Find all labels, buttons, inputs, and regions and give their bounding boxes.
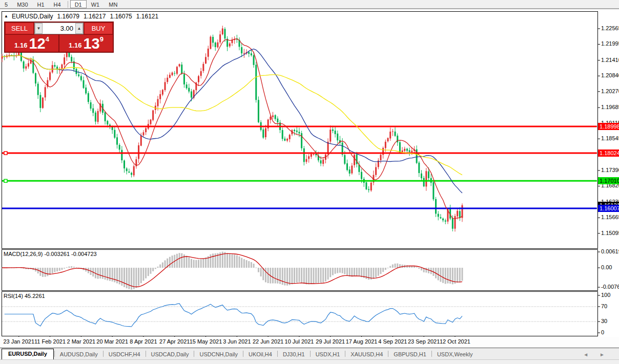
buy-price-button[interactable]: 1.16 13 9 — [59, 35, 113, 52]
tab-scroll-left-icon[interactable]: ◄ — [583, 352, 588, 357]
rsi-indicator-label: RSI(14) 45.2261 — [4, 293, 45, 299]
rsi-tick-label: 0 — [601, 329, 604, 335]
chart-tab-usdchf-h4[interactable]: USDCHF,H4 — [104, 350, 145, 359]
date-tick-label: 15 May 2021 — [190, 338, 222, 345]
timeframe-button-h4[interactable]: H4 — [49, 0, 66, 8]
date-tick-label: 29 Jul 2021 — [316, 338, 345, 345]
quote-open: 1.16079 — [57, 13, 79, 20]
date-tick-label: 23 Sep 2021 — [408, 338, 440, 345]
price-tick-label: 1.20840 — [601, 72, 619, 78]
buy-button[interactable]: BUY — [84, 23, 113, 34]
chart-tab-usdx-h1[interactable]: USDX,H1 — [311, 350, 345, 359]
symbol-name: EURUSD,Daily — [12, 13, 53, 20]
rsi-tick-label: 70 — [601, 303, 607, 309]
sell-price-pip: 4 — [46, 35, 49, 43]
one-click-trading-panel: SELL ▼ 3.00 ▲ BUY 1.16 12 4 1.16 13 9 — [4, 22, 114, 53]
price-tick-label: 1.19685 — [601, 104, 619, 110]
level-price-label: 1.17010 — [598, 177, 619, 184]
buy-price-prefix: 1.16 — [69, 41, 81, 49]
timeframe-button-w1[interactable]: W1 — [87, 0, 105, 8]
spinner-down-icon: ▼ — [37, 26, 41, 31]
date-tick-label: 12 Oct 2021 — [440, 338, 470, 345]
quote-low: 1.16075 — [110, 13, 132, 20]
tab-separator — [388, 351, 388, 357]
date-tick-label: 2 Mar 2021 — [67, 338, 96, 345]
timeframe-button-5[interactable]: 5 — [0, 0, 12, 8]
date-tick-label: 22 Jun 2021 — [253, 338, 284, 345]
tab-separator — [431, 351, 432, 357]
date-tick-label: 27 Apr 2021 — [159, 338, 190, 345]
price-tick-label: 1.17390 — [601, 167, 619, 173]
date-tick-label: 11 Feb 2021 — [34, 338, 66, 345]
price-tick-label: 1.18545 — [601, 135, 619, 141]
toolbar-separator — [68, 1, 68, 8]
volume-increase-button[interactable]: ▲ — [75, 23, 83, 34]
chart-tab-gbpusd-h1[interactable]: GBPUSD,H1 — [389, 350, 431, 359]
quote-high: 1.16217 — [84, 13, 106, 20]
volume-input[interactable]: 3.00 — [43, 23, 75, 34]
quote-close: 1.16121 — [136, 13, 158, 20]
chart-tab-ukoil-h4[interactable]: UKOil,H4 — [244, 350, 277, 359]
price-tick-label: 1.20270 — [601, 88, 619, 94]
date-tick-label: 10 Jul 2021 — [285, 338, 314, 345]
status-bar — [0, 359, 619, 364]
chart-tab-audusd-daily[interactable]: AUDUSD,Daily — [55, 350, 102, 359]
sell-button[interactable]: SELL — [5, 23, 34, 34]
tab-scroll-right-icon[interactable]: ► — [600, 352, 605, 357]
symbol-marker-icon: ▲ — [4, 14, 8, 18]
rsi-tick-label: 30 — [601, 318, 607, 324]
macd-tick-label: -0.007621 — [601, 284, 619, 290]
date-tick-label: 17 Aug 2021 — [346, 338, 378, 345]
sell-price-main: 12 — [29, 36, 45, 51]
date-tick-label: 23 Jan 2021 — [3, 338, 34, 345]
chart-title: ▲ EURUSD,Daily 1.16079 1.16217 1.16075 1… — [4, 13, 158, 20]
tab-separator — [194, 351, 194, 357]
macd-tick-label: 0.006193 — [601, 248, 619, 254]
timeframe-button-h1[interactable]: H1 — [33, 0, 49, 8]
buy-price-pip: 9 — [100, 35, 104, 43]
rsi-tick-label: 100 — [601, 292, 610, 298]
macd-indicator-label: MACD(12,26,9) -0.003261 -0.004723 — [4, 251, 97, 257]
tab-separator — [54, 351, 55, 357]
terminal-window: 5M30H1H4D1W1MN ▲ EURUSD,Daily 1.16079 1.… — [0, 0, 619, 364]
sell-price-button[interactable]: 1.16 12 4 — [5, 35, 58, 52]
price-tick-label: 1.22565 — [601, 25, 619, 31]
level-price-label: 1.18998 — [598, 123, 619, 130]
chart-tab-usdx-weekly[interactable]: USDX,Weekly — [432, 350, 477, 359]
chart-tab-usdcnh-daily[interactable]: USDCNH,Daily — [195, 350, 242, 359]
date-tick-label: 4 Sep 2021 — [378, 338, 407, 345]
tab-separator — [277, 351, 278, 357]
date-tick-label: 20 Mar 2021 — [96, 338, 128, 345]
chart-canvas[interactable] — [0, 0, 619, 364]
chart-tab-xauusd-h4[interactable]: XAUUSD,H4 — [346, 350, 387, 359]
timeframe-button-d1[interactable]: D1 — [70, 0, 87, 8]
level-price-label: 1.18024 — [598, 149, 619, 157]
timeframe-toolbar: 5M30H1H4D1W1MN — [0, 0, 619, 9]
tab-separator — [345, 351, 345, 357]
tab-separator — [103, 351, 104, 357]
chart-tab-eurusd-daily[interactable]: EURUSD,Daily — [2, 349, 54, 359]
macd-tick-label: 0.00 — [601, 264, 612, 270]
price-tick-label: 1.21995 — [601, 40, 619, 47]
date-axis: 23 Jan 202111 Feb 20212 Mar 202120 Mar 2… — [0, 337, 619, 347]
tab-separator — [243, 351, 243, 357]
volume-decrease-button[interactable]: ▼ — [35, 23, 43, 34]
timeframe-button-m30[interactable]: M30 — [12, 0, 32, 8]
date-tick-label: 8 Apr 2021 — [130, 338, 157, 345]
chart-tab-usdcad-daily[interactable]: USDCAD,Daily — [147, 350, 194, 359]
chart-tab-bar: EURUSD,DailyAUDUSD,DailyUSDCHF,H4USDCAD,… — [0, 348, 619, 359]
tab-separator — [146, 351, 146, 357]
price-tick-label: 1.21410 — [601, 57, 619, 63]
tab-separator — [310, 351, 311, 357]
buy-price-main: 13 — [83, 36, 99, 51]
spinner-up-icon: ▲ — [77, 26, 81, 31]
volume-stepper: ▼ 3.00 ▲ — [34, 23, 84, 34]
level-price-label: 1.16007 — [598, 205, 619, 212]
date-tick-label: 3 Jun 2021 — [223, 338, 251, 345]
price-tick-label: 1.15095 — [601, 230, 619, 236]
chart-tab-dj30-h1[interactable]: DJ30,H1 — [278, 350, 310, 359]
sell-price-prefix: 1.16 — [14, 41, 27, 49]
price-tick-label: 1.15665 — [601, 214, 619, 220]
timeframe-button-mn[interactable]: MN — [104, 0, 122, 8]
